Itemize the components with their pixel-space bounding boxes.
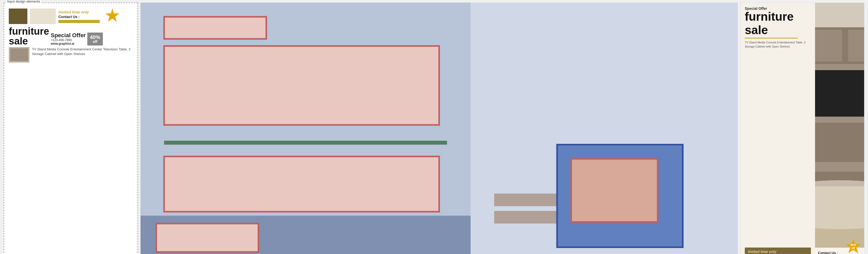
furniture-text: furniture	[9, 26, 49, 36]
furniture-sale-block: furniture sale	[9, 26, 49, 46]
special-offer-text: Special Offer	[51, 33, 86, 38]
left-panel-label: Input design elements	[6, 0, 41, 3]
cream-color-swatch	[30, 8, 56, 24]
gold-line	[745, 38, 798, 38]
product-thumb-inner	[10, 48, 28, 61]
svg-rect-19	[815, 70, 864, 117]
svg-rect-22	[848, 30, 864, 62]
svg-rect-21	[815, 30, 842, 62]
svg-text:off: off	[852, 247, 855, 250]
design-middle-row: furniture sale Special Offer +123-456-78…	[9, 26, 133, 46]
svg-rect-8	[156, 223, 258, 252]
svg-rect-4	[164, 46, 439, 125]
design-inner: limited time only Contact Us : furniture…	[7, 6, 135, 254]
room-photo-svg	[815, 3, 864, 248]
svg-marker-0	[105, 8, 119, 22]
sale-text: sale	[9, 36, 49, 46]
brown-color-swatch	[9, 8, 27, 24]
badge-starburst	[104, 8, 120, 25]
furniture-right-line2: sale	[745, 25, 811, 36]
wireframe-svg	[141, 3, 738, 254]
main-area: Input design elements limited time only …	[0, 0, 868, 254]
contact-us-label: Contact Us :	[58, 15, 80, 19]
website-label: www.graphist.ai	[51, 42, 86, 45]
svg-rect-12	[571, 159, 658, 222]
limited-time-label: limited time only	[58, 10, 89, 14]
discount-badge-right: 40% off	[844, 238, 862, 254]
left-panel: Input design elements limited time only …	[4, 3, 138, 254]
gold-bar-decoration	[58, 20, 100, 23]
phone-label: +123-456-7890	[51, 38, 86, 42]
starburst-icon	[104, 8, 120, 24]
furniture-right-line1: furniture	[745, 11, 811, 23]
discount-badge: 40% off	[87, 33, 103, 45]
svg-rect-5	[164, 140, 447, 145]
badge-text-group: limited time only Contact Us :	[58, 10, 100, 23]
limited-time-right: limited time only	[745, 248, 811, 254]
design-bottom-row: TV Stand Media Console Entertainment Cen…	[9, 47, 133, 63]
right-bottom-content: limited time only www.graphist.ai	[745, 248, 811, 254]
right-contact-section: 40% off Contact Us : +123-456-7890	[815, 248, 864, 254]
svg-rect-3	[164, 17, 266, 39]
svg-text:40%: 40%	[850, 244, 856, 247]
right-left-section: Special Offer furniture sale TV Stand Me…	[741, 3, 815, 254]
right-panel: Special Offer furniture sale TV Stand Me…	[740, 3, 864, 254]
middle-info-block: Special Offer +123-456-7890 www.graphist…	[51, 33, 86, 45]
discount-percent: 40%	[90, 35, 100, 40]
discount-starburst-icon: 40% off	[844, 238, 862, 254]
product-desc-right: TV Stand Media Console Entertainment Tab…	[745, 40, 811, 49]
room-photo	[815, 3, 864, 248]
svg-rect-6	[164, 157, 439, 212]
wireframe-panel	[141, 3, 738, 254]
svg-point-24	[815, 180, 864, 229]
product-description: TV Stand Media Console Entertainment Cen…	[32, 47, 133, 56]
right-right-section: 40% off Contact Us : +123-456-7890	[815, 3, 864, 254]
wireframe-container	[141, 3, 738, 254]
svg-rect-18	[815, 162, 864, 171]
discount-off: off	[93, 40, 97, 43]
product-thumbnail	[9, 47, 29, 63]
design-top-row: limited time only Contact Us :	[9, 8, 133, 25]
right-top-content: Special Offer furniture sale TV Stand Me…	[745, 6, 811, 51]
